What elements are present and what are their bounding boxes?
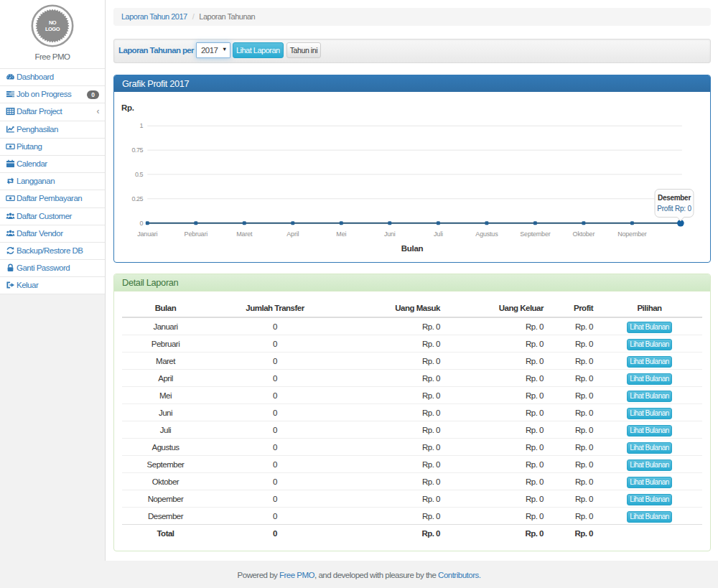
svg-text:September: September xyxy=(520,230,550,238)
svg-text:Juni: Juni xyxy=(384,230,396,238)
svg-text:1: 1 xyxy=(139,122,143,129)
svg-text:Agustus: Agustus xyxy=(475,230,498,238)
svg-text:Oktober: Oktober xyxy=(573,230,595,238)
svg-text:0.25: 0.25 xyxy=(131,195,143,202)
svg-text:Bulan: Bulan xyxy=(401,244,424,253)
svg-text:Rp.: Rp. xyxy=(121,103,134,112)
svg-text:Desember: Desember xyxy=(658,194,691,202)
svg-text:LOGO: LOGO xyxy=(45,26,60,32)
svg-text:Nopember: Nopember xyxy=(617,230,647,238)
svg-text:Januari: Januari xyxy=(137,230,157,238)
svg-text:Pebruari: Pebruari xyxy=(185,230,208,238)
svg-text:Mei: Mei xyxy=(336,230,346,238)
svg-text:0.5: 0.5 xyxy=(135,171,144,178)
svg-text:0: 0 xyxy=(139,220,143,227)
svg-text:0.75: 0.75 xyxy=(131,146,143,154)
svg-text:Profit Rp: 0: Profit Rp: 0 xyxy=(657,205,691,213)
svg-text:Juli: Juli xyxy=(434,230,443,238)
svg-text:Maret: Maret xyxy=(236,230,253,238)
svg-text:April: April xyxy=(286,230,299,238)
